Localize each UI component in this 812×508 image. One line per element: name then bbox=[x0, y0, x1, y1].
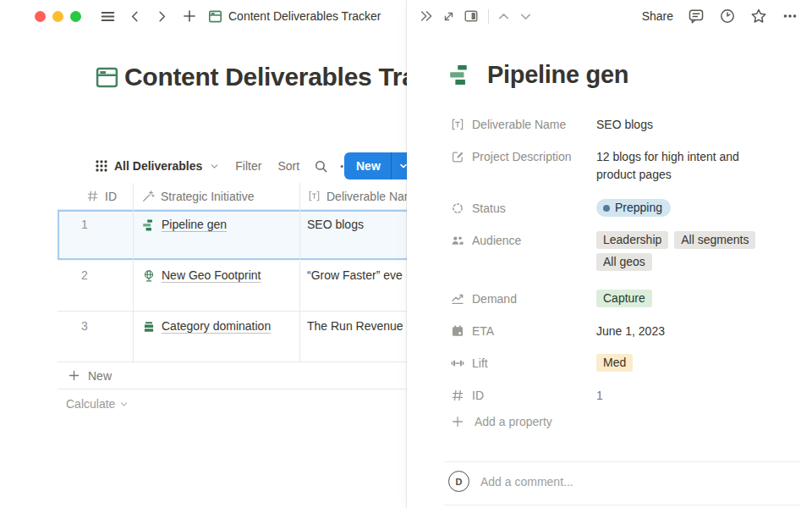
property-name: Demand bbox=[472, 292, 517, 306]
property-value[interactable]: Prepping bbox=[596, 199, 799, 217]
expand-diagonal-icon[interactable] bbox=[442, 9, 456, 24]
new-record-button-label: New bbox=[344, 152, 391, 179]
lift-tag[interactable]: Med bbox=[596, 354, 633, 372]
property-name: Status bbox=[472, 202, 506, 215]
minimize-window-button[interactable] bbox=[52, 11, 63, 22]
app-window: Content Deliverables Tracker Content Del… bbox=[0, 0, 812, 508]
tag-label: Leadership bbox=[603, 231, 661, 249]
property-name: ID bbox=[472, 389, 484, 402]
property-value[interactable]: Capture bbox=[596, 290, 799, 307]
status-tag[interactable]: Prepping bbox=[596, 199, 671, 217]
title-icon bbox=[451, 118, 464, 131]
titlebar: Content Deliverables Tracker bbox=[0, 0, 407, 32]
more-options-icon[interactable] bbox=[782, 8, 798, 25]
view-selector[interactable]: All Deliverables bbox=[95, 159, 219, 173]
toolbar-divider bbox=[488, 9, 489, 24]
column-header-id[interactable]: ID bbox=[58, 183, 134, 209]
tag-label: Capture bbox=[603, 290, 645, 307]
close-window-button[interactable] bbox=[35, 11, 46, 22]
side-peek-icon[interactable] bbox=[464, 8, 479, 24]
chevron-down-icon bbox=[210, 162, 219, 171]
property-name: ETA bbox=[472, 324, 494, 338]
search-icon[interactable] bbox=[314, 159, 328, 174]
property-row-eta: ETA June 1, 2023 bbox=[451, 318, 800, 344]
bottom-divider bbox=[444, 505, 799, 505]
relation-link[interactable]: Category domination bbox=[162, 319, 271, 333]
filter-button[interactable]: Filter bbox=[235, 159, 261, 173]
new-tab-plus-icon[interactable] bbox=[182, 8, 197, 24]
zoom-window-button[interactable] bbox=[70, 11, 81, 22]
add-property-button[interactable]: Add a property bbox=[451, 415, 800, 428]
cell-strategic-initiative[interactable]: Category domination bbox=[134, 312, 300, 362]
property-label[interactable]: Project Description bbox=[451, 147, 596, 166]
cell-strategic-initiative[interactable]: New Geo Footprint bbox=[134, 261, 300, 311]
dumbbell-icon bbox=[451, 356, 464, 370]
calculate-button[interactable]: Calculate bbox=[66, 391, 129, 417]
page-table-icon bbox=[208, 9, 222, 24]
property-value[interactable]: June 1, 2023 bbox=[596, 322, 800, 340]
tag-label: All geos bbox=[603, 253, 645, 271]
view-name: All Deliverables bbox=[114, 159, 202, 173]
hamburger-menu-icon[interactable] bbox=[100, 8, 116, 25]
comment-input[interactable]: Add a comment... bbox=[480, 475, 573, 489]
back-icon[interactable] bbox=[129, 10, 141, 23]
property-name: Lift bbox=[472, 356, 488, 370]
cell-id[interactable]: 1 bbox=[58, 210, 134, 260]
share-button[interactable]: Share bbox=[642, 9, 673, 23]
updates-clock-icon[interactable] bbox=[719, 8, 736, 25]
property-value[interactable]: Leadership All segments All geos bbox=[596, 231, 799, 271]
cell-id[interactable]: 3 bbox=[58, 312, 134, 362]
column-header-strategic-initiative[interactable]: Strategic Initiative bbox=[134, 183, 300, 209]
property-label[interactable]: Lift bbox=[451, 354, 596, 373]
property-row-demand: Demand Capture bbox=[451, 286, 800, 312]
calculate-label: Calculate bbox=[66, 397, 115, 411]
property-value[interactable]: Med bbox=[596, 354, 799, 372]
record-peek-panel: Share Pipeline gen bbox=[407, 0, 812, 508]
property-label[interactable]: Demand bbox=[451, 290, 596, 308]
property-label[interactable]: ID bbox=[451, 386, 596, 405]
favorite-star-icon[interactable] bbox=[750, 8, 767, 25]
demand-tag[interactable]: Capture bbox=[596, 290, 652, 307]
previous-record-chevron-up-icon[interactable] bbox=[497, 9, 511, 24]
hash-icon bbox=[451, 389, 464, 402]
forward-icon[interactable] bbox=[156, 10, 168, 23]
stack-icon bbox=[142, 320, 156, 334]
audience-tag[interactable]: All segments bbox=[674, 231, 755, 249]
audience-tag[interactable]: All geos bbox=[596, 253, 652, 271]
page-table-icon bbox=[95, 65, 119, 90]
tag-label: All segments bbox=[681, 231, 749, 249]
property-name: Audience bbox=[472, 234, 521, 247]
property-value[interactable]: 1 bbox=[596, 386, 800, 405]
property-label[interactable]: ETA bbox=[451, 322, 596, 340]
cell-id[interactable]: 2 bbox=[58, 261, 134, 311]
property-label[interactable]: Audience bbox=[451, 231, 596, 250]
comments-icon[interactable] bbox=[688, 8, 705, 25]
cell-strategic-initiative[interactable]: Pipeline gen bbox=[134, 210, 300, 260]
property-row-project-description: Project Description 12 blogs for high in… bbox=[451, 144, 800, 187]
new-record-button[interactable]: New bbox=[344, 152, 415, 179]
property-row-status: Status Prepping bbox=[451, 196, 800, 221]
hash-icon bbox=[86, 190, 99, 202]
comment-composer: D Add a comment... bbox=[448, 471, 573, 492]
status-dot bbox=[603, 205, 610, 212]
property-value[interactable]: 12 blogs for high intent and product pag… bbox=[596, 147, 772, 184]
close-peek-double-chevron-icon[interactable] bbox=[419, 8, 434, 24]
property-row-audience: Audience Leadership All segments All geo… bbox=[451, 228, 800, 274]
next-record-chevron-down-icon[interactable] bbox=[518, 9, 533, 24]
title-icon bbox=[308, 190, 321, 202]
plus-icon bbox=[451, 415, 464, 428]
audience-tag[interactable]: Leadership bbox=[596, 231, 668, 249]
property-list: Deliverable Name SEO blogs Project Descr… bbox=[451, 112, 800, 428]
sort-button[interactable]: Sort bbox=[277, 159, 299, 173]
record-title-row: Pipeline gen bbox=[448, 61, 628, 89]
property-value[interactable]: SEO blogs bbox=[596, 115, 800, 134]
window-title: Content Deliverables Tracker bbox=[228, 9, 381, 23]
comment-divider bbox=[444, 461, 799, 462]
relation-link[interactable]: New Geo Footprint bbox=[162, 268, 261, 282]
property-label[interactable]: Status bbox=[451, 199, 596, 218]
property-row-deliverable-name: Deliverable Name SEO blogs bbox=[451, 112, 800, 137]
relation-link[interactable]: Pipeline gen bbox=[162, 218, 227, 231]
property-row-lift: Lift Med bbox=[451, 351, 800, 376]
record-title[interactable]: Pipeline gen bbox=[487, 61, 628, 89]
property-label[interactable]: Deliverable Name bbox=[451, 115, 596, 134]
